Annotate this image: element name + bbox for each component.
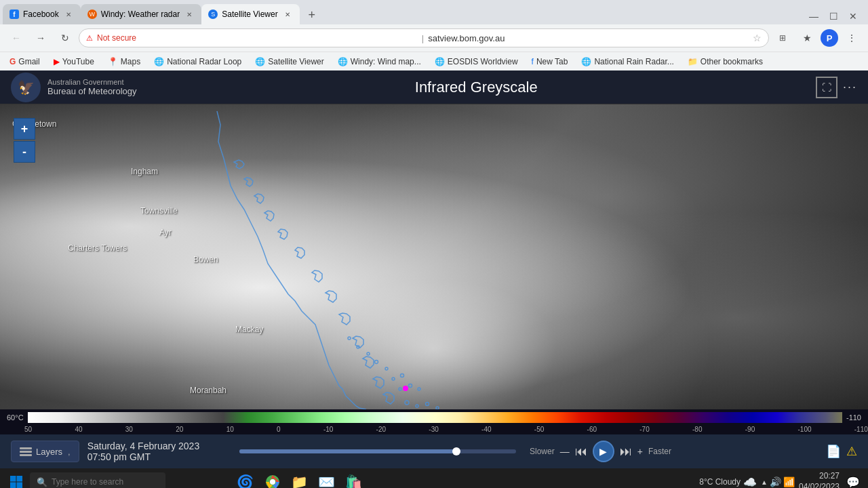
- notification-center-button[interactable]: 💬: [844, 472, 863, 488]
- network-icon[interactable]: 📶: [783, 476, 795, 487]
- datetime-display: Saturday, 4 February 2023 07:50 pm GMT: [87, 441, 226, 462]
- bookmark-maps-label: Maps: [121, 57, 140, 66]
- taskbar-mail[interactable]: ✉️: [315, 470, 339, 488]
- scale-neg20: -20: [376, 426, 386, 433]
- address-bar[interactable]: ⚠ Not secure | satview.bom.gov.au ☆: [79, 28, 769, 47]
- bom-crest: 🦅: [11, 73, 41, 102]
- playback-controls: Slower — ⏮ ▶ ⏭ + Faster: [530, 441, 671, 462]
- timeline-scrubber[interactable]: [239, 449, 516, 453]
- bookmark-other[interactable]: 📁 Other bookmarks: [684, 56, 767, 68]
- tab-satellite[interactable]: S Satellite Viewer ✕: [201, 4, 300, 24]
- speed-decrease-button[interactable]: —: [560, 446, 570, 457]
- svg-rect-15: [17, 476, 23, 482]
- warning-icon[interactable]: ⚠: [846, 444, 857, 459]
- scale-50: 50: [24, 426, 32, 433]
- taskbar-cortana[interactable]: 🌀: [233, 470, 258, 488]
- scale-40: 40: [75, 426, 82, 433]
- skip-backward-button[interactable]: ⏮: [575, 445, 587, 459]
- bookmark-star-icon[interactable]: ☆: [753, 33, 762, 43]
- url-text: satview.bom.gov.au: [428, 33, 749, 43]
- temperature-scale-bar: 60°C -110: [0, 409, 868, 426]
- svg-rect-17: [17, 483, 23, 489]
- site-header: 🦅 Australian Government Bureau of Meteor…: [0, 70, 868, 104]
- taskbar-store[interactable]: 🛍️: [342, 470, 366, 488]
- system-clock[interactable]: 20:27 04/02/2023: [799, 471, 840, 488]
- scale-0: 0: [277, 426, 281, 433]
- bookmark-windy[interactable]: 🌐 Windy: Wind map...: [334, 56, 425, 68]
- fullscreen-button[interactable]: ⛶: [816, 77, 837, 98]
- system-tray: 8°C Cloudy ☁️ ▲ 🔊 📶 20:27 04/02/2023 💬: [699, 471, 863, 488]
- bookmark-rain-label: National Rain Radar...: [594, 57, 673, 66]
- zoom-in-button[interactable]: +: [14, 118, 35, 140]
- bom-text-block: Australian Government Bureau of Meteorol…: [47, 78, 137, 96]
- scale-neg50: -50: [534, 426, 544, 433]
- tab-windy[interactable]: W Windy: Weather radar ✕: [81, 4, 202, 24]
- clock-date: 04/02/2023: [799, 482, 840, 488]
- search-input[interactable]: [52, 477, 146, 487]
- search-icon: 🔍: [37, 477, 47, 487]
- bookmark-maps[interactable]: 📍 Maps: [104, 56, 144, 68]
- speaker-icon[interactable]: 🔊: [770, 476, 781, 487]
- reload-button[interactable]: ↻: [54, 27, 76, 49]
- system-icons-group: 8°C Cloudy ☁️: [699, 476, 757, 489]
- scale-neg40: -40: [481, 426, 491, 433]
- svg-rect-16: [10, 483, 16, 489]
- bookmark-satviewer[interactable]: 🌐 Satellite Viewer: [251, 56, 328, 68]
- taskbar-file-explorer[interactable]: 📁: [288, 470, 312, 488]
- bookmark-button[interactable]: ★: [796, 27, 818, 49]
- minimize-btn[interactable]: —: [806, 8, 821, 24]
- close-btn[interactable]: ✕: [846, 8, 860, 24]
- satellite-viewer-page: 🦅 Australian Government Bureau of Meteor…: [0, 70, 868, 468]
- back-button[interactable]: ←: [5, 27, 27, 49]
- play-pause-button[interactable]: ▶: [593, 441, 614, 462]
- windows-logo-icon: [9, 475, 23, 488]
- extensions-button[interactable]: ⊞: [772, 27, 793, 49]
- bookmark-radar[interactable]: 🌐 National Radar Loop: [150, 56, 245, 68]
- bookmark-satviewer-label: Satellite Viewer: [268, 57, 324, 66]
- bookmark-gmail-label: Gmail: [18, 57, 39, 66]
- bookmark-gmail[interactable]: G Gmail: [5, 56, 44, 68]
- document-icon[interactable]: 📄: [826, 444, 841, 459]
- more-menu-button[interactable]: ···: [843, 80, 857, 94]
- taskbar-chrome[interactable]: [260, 470, 285, 488]
- scale-neg90: -90: [745, 426, 755, 433]
- satellite-favicon: S: [208, 9, 218, 19]
- bureau-label: Bureau of Meteorology: [47, 86, 137, 96]
- taskbar-search[interactable]: 🔍: [30, 472, 165, 488]
- more-options-button[interactable]: ⋮: [841, 27, 863, 49]
- taskbar-pinned-apps: 🌀 📁 ✉️ 🛍️: [168, 470, 431, 488]
- scale-neg30: -30: [429, 426, 438, 433]
- zoom-out-button[interactable]: -: [14, 141, 35, 163]
- tab-facebook-close[interactable]: ✕: [63, 9, 74, 20]
- bookmark-eosdis[interactable]: 🌐 EOSDIS Worldview: [431, 56, 522, 68]
- bookmark-facebook[interactable]: f New Tab: [528, 56, 572, 68]
- bookmark-youtube[interactable]: ▶ YouTube: [50, 56, 98, 68]
- chrome-icon: [265, 474, 280, 488]
- restore-btn[interactable]: ☐: [827, 8, 841, 24]
- right-icons: 📄 ⚠: [826, 444, 857, 459]
- tab-windy-close[interactable]: ✕: [184, 9, 195, 20]
- speed-increase-button[interactable]: +: [637, 446, 643, 457]
- windows-taskbar: 🔍 🌀 📁 ✉️ 🛍️ 8°: [0, 468, 868, 488]
- scale-neg60: -60: [587, 426, 597, 433]
- map-container[interactable]: Georgetown Ingham Townsville Ayr Charter…: [0, 104, 868, 409]
- clock-time: 20:27: [799, 471, 840, 482]
- scale-neg110: -110: [854, 426, 868, 433]
- new-tab-button[interactable]: +: [302, 5, 321, 24]
- tab-facebook[interactable]: f Facebook ✕: [3, 4, 81, 24]
- tab-bar: f Facebook ✕ W Windy: Weather radar ✕ S …: [0, 0, 868, 24]
- slower-label: Slower: [530, 447, 555, 456]
- forward-button[interactable]: →: [30, 27, 52, 49]
- bookmark-rainradar[interactable]: 🌐 National Rain Radar...: [577, 56, 677, 68]
- scale-label-110: -110: [842, 413, 865, 422]
- layers-button[interactable]: Layers ,: [11, 441, 79, 462]
- profile-button[interactable]: P: [821, 29, 838, 47]
- color-gradient-bar: [28, 412, 842, 423]
- timeline-thumb[interactable]: [452, 447, 460, 455]
- skip-forward-button[interactable]: ⏭: [620, 445, 632, 459]
- tab-satellite-close[interactable]: ✕: [282, 9, 293, 20]
- bookmark-other-label: Other bookmarks: [701, 57, 763, 66]
- bookmark-fb-label: New Tab: [536, 57, 568, 66]
- start-button[interactable]: [5, 471, 27, 488]
- security-label: Not secure: [97, 33, 418, 43]
